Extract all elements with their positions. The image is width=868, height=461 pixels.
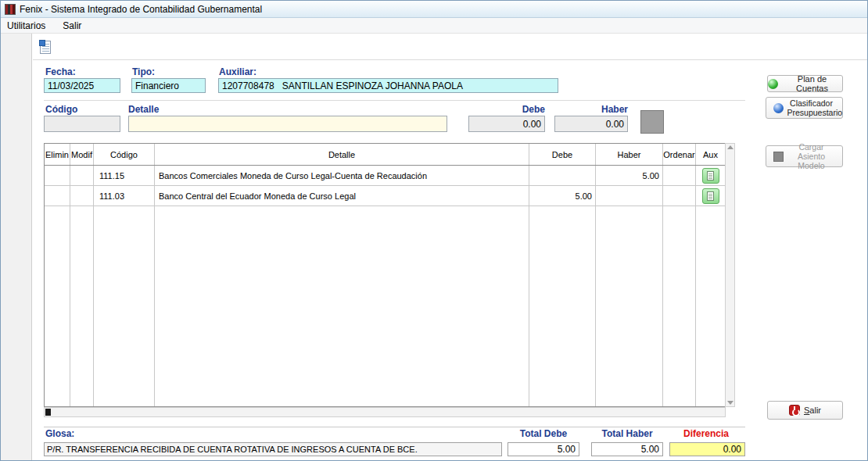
clasificador-presupuestario-button[interactable]: Clasificador Presupuestario <box>766 97 843 119</box>
cell-debe: 5.00 <box>529 186 596 205</box>
form-separator <box>44 100 745 101</box>
tipo-label: Tipo: <box>132 66 155 77</box>
clasificador-label: Clasificador Presupuestario <box>787 98 836 117</box>
codigo-entry-label: Código <box>45 104 77 115</box>
cell-elimin[interactable] <box>45 166 70 185</box>
title-bar: Fenix - Sistema Integrado de Contabilida… <box>1 1 867 18</box>
new-document-icon <box>40 41 51 54</box>
cell-modif[interactable] <box>70 186 94 205</box>
glosa-input[interactable]: P/R. TRANSFERENCIA RECIBIDA DE CUENTA RO… <box>44 442 502 456</box>
aux-button[interactable] <box>702 168 719 184</box>
total-haber-value: 5.00 <box>591 442 663 456</box>
table-row[interactable]: 111.15 Bancos Comerciales Moneda de Curs… <box>45 166 725 186</box>
horizontal-scrollbar[interactable] <box>44 407 726 417</box>
detalle-entry-input[interactable] <box>128 116 447 132</box>
fecha-label: Fecha: <box>45 66 76 77</box>
scroll-up-icon[interactable] <box>727 145 733 149</box>
haber-entry-label: Haber <box>554 104 628 115</box>
table-row[interactable]: 111.03 Banco Central del Ecuador Moneda … <box>45 186 725 206</box>
plan-de-cuentas-button[interactable]: Plan de Cuentas <box>767 75 843 92</box>
green-sphere-icon <box>768 79 778 89</box>
entries-table: Elimin Modif Código Detalle Debe Haber O… <box>44 143 726 407</box>
detalle-entry-label: Detalle <box>128 104 159 115</box>
aux-button[interactable] <box>702 188 719 204</box>
table-header-row: Elimin Modif Código Detalle Debe Haber O… <box>45 144 725 166</box>
aux-document-icon <box>707 191 714 201</box>
tipo-field[interactable]: Financiero <box>131 78 206 93</box>
toolbar-separator <box>33 59 867 60</box>
total-debe-label: Total Debe <box>504 428 583 439</box>
auxiliar-label: Auxiliar: <box>219 66 256 77</box>
glosa-label: Glosa: <box>45 428 74 439</box>
cargar-asiento-label: Cargar Asiento Modelo <box>787 142 836 170</box>
codigo-entry-input[interactable] <box>44 116 120 132</box>
cell-modif[interactable] <box>70 166 94 185</box>
haber-entry-input[interactable]: 0.00 <box>554 116 628 132</box>
menu-salir[interactable]: Salir <box>63 19 88 33</box>
plan-de-cuentas-label: Plan de Cuentas <box>782 74 842 93</box>
cell-debe <box>529 166 596 185</box>
cell-ordenar[interactable] <box>663 166 696 185</box>
diferencia-label: Diferencia <box>667 428 745 439</box>
cell-elimin[interactable] <box>45 186 70 205</box>
col-header-aux: Aux <box>696 144 725 165</box>
cargar-asiento-modelo-button: Cargar Asiento Modelo <box>766 145 843 167</box>
col-header-modif: Modif <box>70 144 94 165</box>
debe-entry-input[interactable]: 0.00 <box>468 116 545 132</box>
cell-codigo: 111.15 <box>94 166 155 185</box>
menu-bar: Utilitarios Salir <box>1 18 867 34</box>
app-icon <box>5 4 16 15</box>
cell-ordenar[interactable] <box>663 186 696 205</box>
aux-document-icon <box>707 171 714 180</box>
blue-sphere-icon <box>773 103 784 113</box>
col-header-detalle: Detalle <box>155 144 529 165</box>
cell-codigo: 111.03 <box>94 186 155 205</box>
power-icon <box>789 405 800 416</box>
auxiliar-field[interactable]: 1207708478 SANTILLAN ESPINOZA JOHANNA PA… <box>218 78 558 93</box>
entry-action-button[interactable] <box>640 110 664 134</box>
diferencia-value: 0.00 <box>669 442 745 456</box>
cell-detalle: Banco Central del Ecuador Moneda de Curs… <box>155 186 529 205</box>
cell-aux <box>696 186 725 205</box>
col-header-codigo: Código <box>94 144 155 165</box>
menu-utilitarios[interactable]: Utilitarios <box>7 19 52 33</box>
cell-haber <box>596 186 663 205</box>
cell-haber: 5.00 <box>596 166 663 185</box>
scroll-down-icon[interactable] <box>727 401 733 405</box>
gray-square-icon <box>773 152 784 162</box>
new-document-button[interactable] <box>37 38 54 55</box>
main-area: Fecha: Tipo: Auxiliar: 11/03/2025 Financ… <box>1 34 867 460</box>
app-window: Fenix - Sistema Integrado de Contabilida… <box>0 0 868 461</box>
cell-detalle: Bancos Comerciales Moneda de Curso Legal… <box>155 166 529 185</box>
window-title: Fenix - Sistema Integrado de Contabilida… <box>20 1 262 18</box>
footer-separator <box>44 427 745 427</box>
table-empty-area <box>45 206 725 406</box>
vertical-scrollbar[interactable] <box>725 143 735 407</box>
debe-entry-label: Debe <box>468 104 545 115</box>
total-debe-value: 5.00 <box>508 442 579 456</box>
salir-label: Salir <box>804 406 821 415</box>
col-header-haber: Haber <box>596 144 663 165</box>
left-panel <box>1 34 32 460</box>
col-header-ordenar: Ordenar <box>663 144 696 165</box>
col-header-elimin: Elimin <box>45 144 70 165</box>
fecha-field[interactable]: 11/03/2025 <box>44 78 120 93</box>
total-haber-label: Total Haber <box>588 428 666 439</box>
cell-aux <box>696 166 725 185</box>
salir-button[interactable]: Salir <box>767 401 843 420</box>
horizontal-scroll-thumb[interactable] <box>45 409 51 416</box>
col-header-debe: Debe <box>529 144 596 165</box>
